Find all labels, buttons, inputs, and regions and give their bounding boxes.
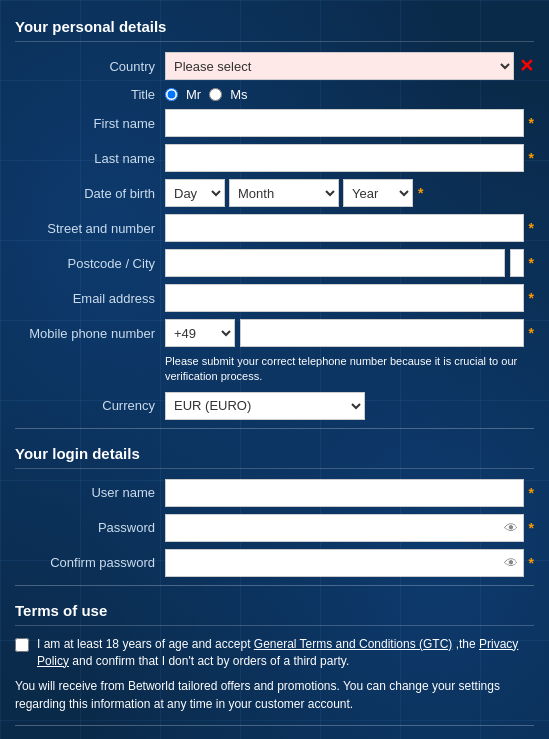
firstname-row: First name * <box>15 109 534 137</box>
street-label: Street and number <box>15 221 165 236</box>
username-input[interactable] <box>165 479 524 507</box>
terms-checkbox[interactable] <box>15 638 29 652</box>
lastname-required: * <box>529 150 534 166</box>
postcode-inputs <box>165 249 524 277</box>
title-ms-label: Ms <box>230 87 247 102</box>
dob-required: * <box>418 185 423 201</box>
currency-label: Currency <box>15 398 165 413</box>
lastname-control: * <box>165 144 534 172</box>
street-row: Street and number * <box>15 214 534 242</box>
dob-row: Date of birth Day 12345 678910 111213141… <box>15 179 534 207</box>
email-label: Email address <box>15 291 165 306</box>
phone-row: Mobile phone number +49 +43 +41 +44 +1 * <box>15 319 534 347</box>
postcode-control: * <box>165 249 534 277</box>
country-control: Please select Germany Austria Switzerlan… <box>165 52 534 80</box>
confirm-password-input[interactable] <box>165 549 524 577</box>
terms-title: Terms of use <box>15 594 534 626</box>
username-required: * <box>529 485 534 501</box>
username-control: * <box>165 479 534 507</box>
password-row: Password 👁 * <box>15 514 534 542</box>
email-input[interactable] <box>165 284 524 312</box>
street-input[interactable] <box>165 214 524 242</box>
terms-text-2: ,the <box>452 637 479 651</box>
password-label: Password <box>15 520 165 535</box>
firstname-control: * <box>165 109 534 137</box>
password-control: 👁 * <box>165 514 534 542</box>
currency-select[interactable]: EUR (EURO) USD (US Dollar) GBP (British … <box>165 392 365 420</box>
currency-row: Currency EUR (EURO) USD (US Dollar) GBP … <box>15 392 534 420</box>
login-details-title: Your login details <box>15 437 534 469</box>
promo-note: You will receive from Betworld tailored … <box>15 677 534 713</box>
password-eye-icon[interactable]: 👁 <box>504 520 518 536</box>
title-radio-group: Mr Ms <box>165 87 248 102</box>
email-control: * <box>165 284 534 312</box>
dob-control: Day 12345 678910 1112131415 1617181920 2… <box>165 179 534 207</box>
lastname-input[interactable] <box>165 144 524 172</box>
country-label: Country <box>15 59 165 74</box>
lastname-label: Last name <box>15 151 165 166</box>
title-mr-label: Mr <box>186 87 201 102</box>
phone-prefix-select[interactable]: +49 +43 +41 +44 +1 <box>165 319 235 347</box>
password-wrapper: 👁 <box>165 514 524 542</box>
confirm-password-control: 👁 * <box>165 549 534 577</box>
terms-text-3: and confirm that I don't act by orders o… <box>69 654 349 668</box>
confirm-password-row: Confirm password 👁 * <box>15 549 534 577</box>
street-control: * <box>165 214 534 242</box>
title-mr-radio[interactable] <box>165 88 178 101</box>
firstname-label: First name <box>15 116 165 131</box>
email-required: * <box>529 290 534 306</box>
personal-details-title: Your personal details <box>15 10 534 42</box>
phone-required: * <box>529 325 534 341</box>
confirm-password-label: Confirm password <box>15 555 165 570</box>
postcode-input[interactable] <box>165 249 505 277</box>
phone-number-input[interactable] <box>240 319 524 347</box>
firstname-input[interactable] <box>165 109 524 137</box>
postcode-label: Postcode / City <box>15 256 165 271</box>
terms-check-row: I am at least 18 years of age and accept… <box>15 636 534 670</box>
title-label: Title <box>15 87 165 102</box>
confirm-password-eye-icon[interactable]: 👁 <box>504 555 518 571</box>
confirm-password-required: * <box>529 555 534 571</box>
phone-control: +49 +43 +41 +44 +1 * <box>165 319 534 347</box>
postcode-required: * <box>529 255 534 271</box>
terms-text-1: I am at least 18 years of age and accept <box>37 637 254 651</box>
dob-day-select[interactable]: Day 12345 678910 1112131415 1617181920 2… <box>165 179 225 207</box>
phone-label: Mobile phone number <box>15 326 165 341</box>
username-row: User name * <box>15 479 534 507</box>
currency-control: EUR (EURO) USD (US Dollar) GBP (British … <box>165 392 534 420</box>
terms-text: I am at least 18 years of age and accept… <box>37 636 534 670</box>
dob-month-select[interactable]: Month JanuaryFebruaryMarchApril MayJuneJ… <box>229 179 339 207</box>
title-control: Mr Ms <box>165 87 534 102</box>
postcode-row: Postcode / City * <box>15 249 534 277</box>
country-row: Country Please select Germany Austria Sw… <box>15 52 534 80</box>
password-required: * <box>529 520 534 536</box>
street-required: * <box>529 220 534 236</box>
confirm-password-wrapper: 👁 <box>165 549 524 577</box>
phone-inputs: +49 +43 +41 +44 +1 <box>165 319 524 347</box>
country-clear-icon[interactable]: ✕ <box>519 55 534 77</box>
firstname-required: * <box>529 115 534 131</box>
footer-row: * Mandatory field Register now! › <box>15 734 534 739</box>
dob-selects: Day 12345 678910 1112131415 1617181920 2… <box>165 179 413 207</box>
email-row: Email address * <box>15 284 534 312</box>
title-row: Title Mr Ms <box>15 87 534 102</box>
city-input[interactable] <box>510 249 524 277</box>
username-label: User name <box>15 485 165 500</box>
dob-year-select[interactable]: Year 2005200420032002 2001200019991998 1… <box>343 179 413 207</box>
phone-note: Please submit your correct telephone num… <box>165 354 534 385</box>
lastname-row: Last name * <box>15 144 534 172</box>
password-input[interactable] <box>165 514 524 542</box>
gtc-link[interactable]: General Terms and Conditions (GTC) <box>254 637 453 651</box>
terms-section: Terms of use I am at least 18 years of a… <box>15 594 534 714</box>
country-select[interactable]: Please select Germany Austria Switzerlan… <box>165 52 514 80</box>
title-ms-radio[interactable] <box>209 88 222 101</box>
dob-label: Date of birth <box>15 186 165 201</box>
